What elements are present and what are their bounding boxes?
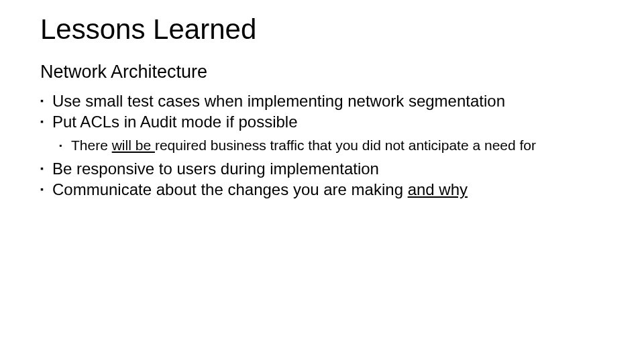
sub-bullet-item: There will be required business traffic … xyxy=(59,136,604,155)
underlined-text: and why xyxy=(408,180,468,198)
text-segment: required business traffic that you did n… xyxy=(155,137,536,153)
bullet-item: Communicate about the changes you are ma… xyxy=(40,179,604,200)
bullet-item: Put ACLs in Audit mode if possible xyxy=(40,111,604,132)
slide-title: Lessons Learned xyxy=(40,13,604,46)
underlined-text: will be xyxy=(112,137,155,153)
bullet-item: Be responsive to users during implementa… xyxy=(40,158,604,179)
bullet-list: Use small test cases when implementing n… xyxy=(40,90,604,200)
slide-subtitle: Network Architecture xyxy=(40,62,604,82)
bullet-item: Use small test cases when implementing n… xyxy=(40,90,604,111)
text-segment: Communicate about the changes you are ma… xyxy=(52,180,408,198)
text-segment: There xyxy=(71,137,112,153)
